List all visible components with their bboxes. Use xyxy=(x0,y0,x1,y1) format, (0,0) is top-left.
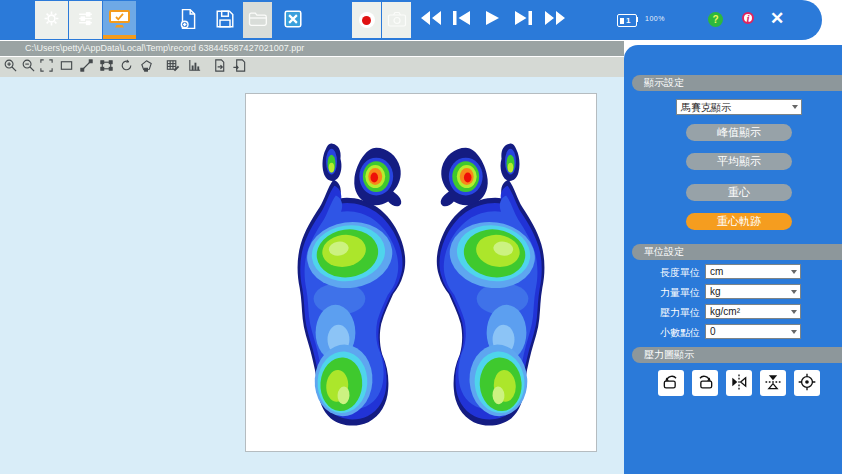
sliders-icon xyxy=(77,10,94,30)
rotate-left-button[interactable] xyxy=(658,370,684,396)
foot-pressure-heatmap xyxy=(246,94,596,451)
camera-icon xyxy=(387,10,407,31)
rotate-tool-button[interactable] xyxy=(118,59,135,75)
pressure-unit-value: kg/cm² xyxy=(710,306,740,317)
monitor-view-button[interactable] xyxy=(103,1,136,39)
file-path-text: C:\Users\petty\AppData\Local\Temp\record… xyxy=(25,43,304,53)
top-toolbar: 1 100% ? i ✕ xyxy=(0,0,822,40)
flip-horizontal-icon xyxy=(729,372,749,395)
battery-percent: 100% xyxy=(645,15,665,22)
help-button[interactable]: ? xyxy=(708,12,723,27)
rotate-right-icon xyxy=(695,372,715,395)
flip-horizontal-button[interactable] xyxy=(726,370,752,396)
length-unit-label: 長度單位 xyxy=(624,266,700,280)
new-document-icon xyxy=(178,8,198,33)
monitor-check-icon xyxy=(108,9,131,32)
fast-forward-button[interactable] xyxy=(543,11,567,28)
file-path-bar: C:\Users\petty\AppData\Local\Temp\record… xyxy=(0,41,624,56)
table-edit-button[interactable] xyxy=(164,59,181,75)
fast-forward-icon xyxy=(543,10,567,29)
play-icon xyxy=(483,10,501,29)
chart-icon xyxy=(187,58,202,76)
decimal-places-dropdown[interactable]: 0 xyxy=(705,324,801,339)
flip-vertical-icon xyxy=(763,372,783,395)
document-export-icon xyxy=(212,58,227,76)
force-unit-value: kg xyxy=(710,286,721,297)
export-report-button[interactable] xyxy=(211,59,228,75)
chart-view-button[interactable] xyxy=(186,59,203,75)
play-button[interactable] xyxy=(480,11,504,28)
rotate-circle-icon xyxy=(119,58,134,76)
decimal-places-label: 小數點位 xyxy=(624,326,700,340)
canvas-tool-strip xyxy=(0,57,624,77)
line-measure-button[interactable] xyxy=(78,59,95,75)
filter-settings-button[interactable] xyxy=(69,1,102,39)
rewind-button[interactable] xyxy=(419,11,443,28)
force-unit-label: 力量單位 xyxy=(624,286,700,300)
chevron-down-icon xyxy=(791,310,797,314)
battery-nub xyxy=(636,17,638,22)
record-button[interactable] xyxy=(352,2,381,38)
lasso-select-button[interactable] xyxy=(138,59,155,75)
skip-to-end-icon xyxy=(513,10,535,29)
battery-cell xyxy=(620,18,624,24)
center-view-button[interactable] xyxy=(794,370,820,396)
skip-end-button[interactable] xyxy=(512,11,536,28)
chevron-down-icon xyxy=(791,290,797,294)
lasso-icon xyxy=(139,58,154,76)
fit-screen-icon xyxy=(39,58,54,76)
document-export-alt-icon xyxy=(232,58,247,76)
gear-icon xyxy=(43,10,60,30)
pressure-unit-label: 壓力單位 xyxy=(624,306,700,320)
rotate-left-icon xyxy=(661,372,681,395)
polygon-select-button[interactable] xyxy=(98,59,115,75)
force-unit-dropdown[interactable]: kg xyxy=(705,284,801,299)
x-box-icon xyxy=(283,9,303,32)
unit-settings-header: 單位設定 xyxy=(632,244,842,260)
pressure-unit-dropdown[interactable]: kg/cm² xyxy=(705,304,801,319)
settings-button[interactable] xyxy=(35,1,68,39)
snapshot-button[interactable] xyxy=(382,2,411,38)
chevron-down-icon xyxy=(792,105,798,109)
record-dot-icon xyxy=(359,12,375,28)
pressure-canvas[interactable] xyxy=(245,93,597,452)
settings-sidebar: 顯示設定 馬賽克顯示 峰值顯示 平均顯示 重心 重心軌跡 單位設定 長度單位 c… xyxy=(624,45,842,474)
info-button[interactable]: i xyxy=(742,12,754,24)
length-unit-dropdown[interactable]: cm xyxy=(705,264,801,279)
display-settings-header: 顯示設定 xyxy=(632,75,842,91)
rotate-right-button[interactable] xyxy=(692,370,718,396)
new-file-button[interactable] xyxy=(175,8,201,32)
close-app-button[interactable]: ✕ xyxy=(770,9,784,29)
zoom-out-icon xyxy=(21,58,36,76)
battery-icon: 1 xyxy=(617,14,637,27)
pressure-map-header: 壓力圖顯示 xyxy=(632,347,842,363)
zoom-out-button[interactable] xyxy=(20,59,37,75)
chevron-down-icon xyxy=(791,270,797,274)
rectangle-icon xyxy=(59,58,74,76)
skip-start-button[interactable] xyxy=(449,11,473,28)
peak-display-button[interactable]: 峰值顯示 xyxy=(686,124,792,141)
zoom-in-icon xyxy=(3,58,18,76)
flip-vertical-button[interactable] xyxy=(760,370,786,396)
fit-view-button[interactable] xyxy=(38,59,55,75)
chevron-down-icon xyxy=(791,330,797,334)
polygon-handles-icon xyxy=(99,58,114,76)
zoom-in-button[interactable] xyxy=(2,59,19,75)
table-edit-icon xyxy=(165,58,180,76)
line-icon xyxy=(79,58,94,76)
crosshair-target-icon xyxy=(797,372,817,395)
app-window: 1 100% ? i ✕ C:\Users\petty\AppData\Loca… xyxy=(0,0,842,474)
fast-backward-icon xyxy=(419,10,443,29)
average-display-button[interactable]: 平均顯示 xyxy=(686,153,792,170)
decimal-places-value: 0 xyxy=(710,326,716,337)
display-mode-dropdown[interactable]: 馬賽克顯示 xyxy=(676,99,802,115)
export-data-button[interactable] xyxy=(231,59,248,75)
cog-trajectory-button[interactable]: 重心軌跡 xyxy=(686,213,792,230)
display-mode-value: 馬賽克顯示 xyxy=(681,102,731,113)
center-of-gravity-button[interactable]: 重心 xyxy=(686,184,792,201)
open-file-button[interactable] xyxy=(243,2,272,38)
skip-to-start-icon xyxy=(450,10,472,29)
save-button[interactable] xyxy=(212,8,238,32)
rect-select-button[interactable] xyxy=(58,59,75,75)
close-file-button[interactable] xyxy=(280,8,306,32)
